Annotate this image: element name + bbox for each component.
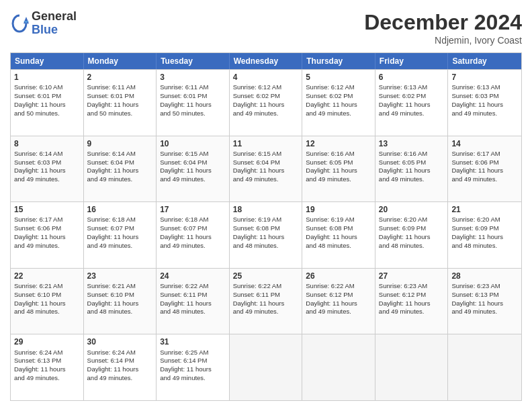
day-number: 25 — [233, 271, 299, 281]
day-info-line: Daylight: 11 hours — [14, 300, 80, 308]
day-number: 21 — [451, 204, 518, 215]
day-info-line: and 48 minutes. — [14, 308, 80, 316]
day-cell-17: 17Sunrise: 6:18 AMSunset: 6:07 PMDayligh… — [157, 202, 230, 268]
day-number: 26 — [306, 271, 371, 281]
day-cell-27: 27Sunrise: 6:23 AMSunset: 6:12 PMDayligh… — [375, 269, 449, 334]
day-cell-2: 2Sunrise: 6:11 AMSunset: 6:01 PMDaylight… — [84, 70, 157, 136]
day-cell-28: 28Sunrise: 6:23 AMSunset: 6:13 PMDayligh… — [448, 269, 521, 334]
day-number: 3 — [160, 72, 226, 83]
day-cell-10: 10Sunrise: 6:15 AMSunset: 6:04 PMDayligh… — [157, 136, 230, 202]
day-cell-1: 1Sunrise: 6:10 AMSunset: 6:01 PMDaylight… — [11, 70, 84, 136]
day-info-line: Daylight: 11 hours — [233, 167, 299, 175]
day-cell-18: 18Sunrise: 6:19 AMSunset: 6:08 PMDayligh… — [230, 202, 303, 268]
location-subtitle: Ndjemin, Ivory Coast — [364, 35, 522, 46]
day-info-line: Sunrise: 6:10 AM — [14, 83, 80, 92]
day-cell-4: 4Sunrise: 6:12 AMSunset: 6:02 PMDaylight… — [230, 70, 303, 136]
day-info-line: Sunrise: 6:16 AM — [379, 150, 445, 158]
day-info-line: Sunset: 6:03 PM — [14, 158, 80, 167]
day-number: 9 — [87, 138, 153, 149]
day-info-line: Sunrise: 6:23 AM — [379, 282, 445, 291]
day-info-line: and 48 minutes. — [451, 242, 518, 250]
day-info-line: Daylight: 11 hours — [233, 233, 299, 242]
header-tuesday: Tuesday — [157, 53, 230, 69]
day-cell-26: 26Sunrise: 6:22 AMSunset: 6:12 PMDayligh… — [302, 269, 375, 334]
day-info-line: Sunset: 6:03 PM — [451, 92, 518, 101]
day-info-line: Daylight: 11 hours — [306, 167, 371, 175]
day-info-line: and 48 minutes. — [379, 242, 445, 250]
empty-cell — [375, 334, 449, 400]
day-number: 2 — [87, 72, 153, 83]
day-info-line: Sunrise: 6:17 AM — [14, 216, 80, 224]
day-info-line: Sunrise: 6:18 AM — [160, 216, 226, 224]
day-cell-23: 23Sunrise: 6:21 AMSunset: 6:10 PMDayligh… — [84, 269, 157, 334]
header-monday: Monday — [84, 53, 157, 69]
day-info-line: Sunrise: 6:22 AM — [306, 282, 371, 291]
day-cell-7: 7Sunrise: 6:13 AMSunset: 6:03 PMDaylight… — [448, 70, 521, 136]
day-info-line: Daylight: 11 hours — [379, 167, 445, 175]
header-saturday: Saturday — [448, 53, 521, 69]
day-info-line: and 48 minutes. — [87, 308, 153, 316]
day-info-line: Daylight: 11 hours — [160, 167, 226, 175]
day-info-line: and 49 minutes. — [233, 175, 299, 184]
day-info-line: Sunrise: 6:21 AM — [14, 282, 80, 291]
day-info-line: Daylight: 11 hours — [451, 167, 518, 175]
day-cell-29: 29Sunrise: 6:24 AMSunset: 6:13 PMDayligh… — [11, 334, 84, 400]
day-number: 31 — [160, 336, 226, 347]
day-info-line: Sunrise: 6:21 AM — [87, 282, 153, 291]
day-info-line: and 49 minutes. — [14, 175, 80, 184]
day-info-line: Sunset: 6:13 PM — [451, 291, 518, 300]
day-info-line: Sunset: 6:04 PM — [160, 158, 226, 167]
day-info-line: Daylight: 11 hours — [306, 101, 371, 109]
day-info-line: and 49 minutes. — [87, 374, 153, 383]
day-cell-3: 3Sunrise: 6:11 AMSunset: 6:01 PMDaylight… — [157, 70, 230, 136]
day-number: 23 — [87, 271, 153, 281]
day-cell-25: 25Sunrise: 6:22 AMSunset: 6:11 PMDayligh… — [230, 269, 303, 334]
day-info-line: Sunset: 6:02 PM — [379, 92, 445, 101]
day-info-line: Daylight: 11 hours — [87, 167, 153, 175]
day-info-line: Sunset: 6:10 PM — [14, 291, 80, 300]
day-cell-22: 22Sunrise: 6:21 AMSunset: 6:10 PMDayligh… — [11, 269, 84, 334]
day-number: 24 — [160, 271, 226, 281]
day-info-line: and 49 minutes. — [451, 109, 518, 118]
day-info-line: Sunrise: 6:14 AM — [14, 150, 80, 158]
day-info-line: Sunset: 6:09 PM — [451, 224, 518, 233]
day-info-line: Sunset: 6:05 PM — [306, 158, 371, 167]
page: General Blue December 2024 Ndjemin, Ivor… — [0, 0, 532, 411]
day-info-line: and 49 minutes. — [233, 308, 299, 316]
day-info-line: Daylight: 11 hours — [379, 233, 445, 242]
day-info-line: and 49 minutes. — [14, 374, 80, 383]
day-number: 5 — [306, 72, 371, 83]
day-info-line: Sunrise: 6:15 AM — [160, 150, 226, 158]
day-number: 29 — [14, 336, 80, 347]
day-cell-24: 24Sunrise: 6:22 AMSunset: 6:11 PMDayligh… — [157, 269, 230, 334]
day-info-line: Daylight: 11 hours — [87, 233, 153, 242]
day-info-line: and 50 minutes. — [14, 109, 80, 118]
day-info-line: and 48 minutes. — [306, 242, 371, 250]
day-number: 18 — [233, 204, 299, 215]
day-info-line: Sunrise: 6:13 AM — [451, 83, 518, 92]
calendar-row-5: 29Sunrise: 6:24 AMSunset: 6:13 PMDayligh… — [11, 334, 521, 400]
day-info-line: and 50 minutes. — [160, 109, 226, 118]
day-info-line: Sunset: 6:12 PM — [306, 291, 371, 300]
day-cell-30: 30Sunrise: 6:24 AMSunset: 6:14 PMDayligh… — [84, 334, 157, 400]
day-info-line: and 49 minutes. — [87, 242, 153, 250]
day-number: 14 — [451, 138, 518, 149]
header-thursday: Thursday — [302, 53, 375, 69]
day-info-line: Sunrise: 6:24 AM — [14, 349, 80, 357]
day-info-line: Sunset: 6:07 PM — [160, 224, 226, 233]
day-info-line: Sunset: 6:14 PM — [87, 357, 153, 365]
day-info-line: Sunrise: 6:17 AM — [451, 150, 518, 158]
day-number: 13 — [379, 138, 445, 149]
day-cell-16: 16Sunrise: 6:18 AMSunset: 6:07 PMDayligh… — [84, 202, 157, 268]
day-info-line: Sunrise: 6:18 AM — [87, 216, 153, 224]
day-info-line: Daylight: 11 hours — [306, 300, 371, 308]
day-info-line: Daylight: 11 hours — [87, 101, 153, 109]
day-cell-11: 11Sunrise: 6:15 AMSunset: 6:04 PMDayligh… — [230, 136, 303, 202]
day-info-line: Daylight: 11 hours — [233, 101, 299, 109]
day-info-line: and 49 minutes. — [451, 308, 518, 316]
day-info-line: and 49 minutes. — [451, 175, 518, 184]
calendar-row-4: 22Sunrise: 6:21 AMSunset: 6:10 PMDayligh… — [11, 268, 521, 334]
day-info-line: Sunset: 6:08 PM — [306, 224, 371, 233]
calendar-row-2: 8Sunrise: 6:14 AMSunset: 6:03 PMDaylight… — [11, 136, 521, 202]
day-number: 4 — [233, 72, 299, 83]
